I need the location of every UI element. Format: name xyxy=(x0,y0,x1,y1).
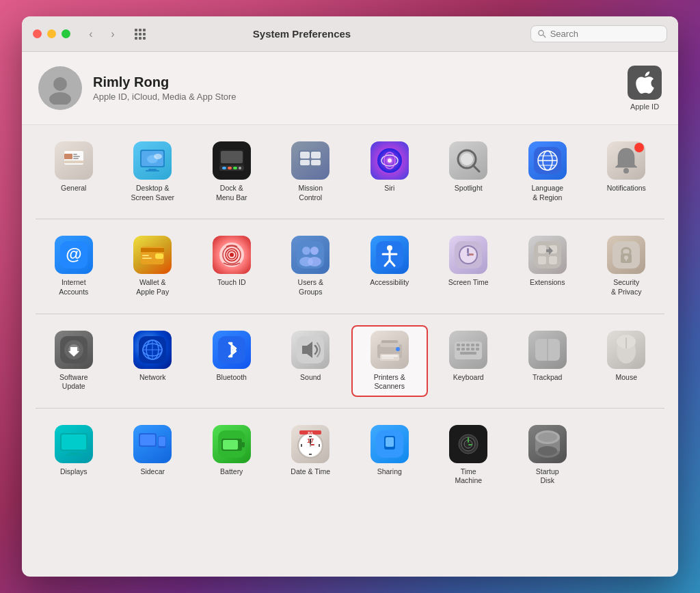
item-dock[interactable]: Dock &Menu Bar xyxy=(193,136,270,208)
icon-extensions xyxy=(528,236,567,274)
label-datetime: Date & Time xyxy=(291,467,330,477)
svg-rect-115 xyxy=(457,348,460,350)
item-datetime[interactable]: JUL 17 Date & Time xyxy=(273,419,349,491)
item-battery[interactable]: Battery xyxy=(193,419,270,491)
svg-rect-24 xyxy=(146,170,159,171)
svg-text:17: 17 xyxy=(307,437,314,444)
svg-point-9 xyxy=(539,31,543,36)
svg-rect-57 xyxy=(142,255,149,256)
item-internet[interactable]: @ InternetAccounts xyxy=(36,230,112,302)
svg-rect-120 xyxy=(460,352,476,355)
label-touchid: Touch ID xyxy=(217,278,245,288)
label-wallet: Wallet &Apple Pay xyxy=(136,278,169,296)
profile-subtitle: Apple ID, iCloud, Media & App Store xyxy=(93,92,628,102)
search-input[interactable] xyxy=(550,29,660,39)
item-language[interactable]: Language& Region xyxy=(509,136,586,208)
svg-rect-28 xyxy=(222,167,226,169)
item-spotlight[interactable]: Spotlight xyxy=(431,136,507,208)
icon-wallet xyxy=(133,236,172,274)
item-security[interactable]: Security& Privacy xyxy=(589,230,665,302)
icon-startup xyxy=(528,425,567,463)
svg-rect-128 xyxy=(69,452,79,454)
svg-text:JUL: JUL xyxy=(308,430,314,435)
svg-line-43 xyxy=(473,165,479,171)
profile-name: Rimly Rong xyxy=(93,74,628,90)
icon-notifications xyxy=(607,141,645,180)
label-keyboard: Keyboard xyxy=(453,373,484,383)
item-network[interactable]: Network xyxy=(115,325,191,397)
icon-bluetooth xyxy=(213,331,251,369)
item-displays[interactable]: Displays xyxy=(36,419,112,491)
profile-section: Rimly Rong Apple ID, iCloud, Media & App… xyxy=(22,52,678,125)
svg-rect-23 xyxy=(148,169,157,170)
icon-sharing xyxy=(371,425,409,463)
svg-rect-26 xyxy=(221,151,243,163)
svg-rect-108 xyxy=(381,340,398,343)
item-keyboard[interactable]: Keyboard xyxy=(431,325,507,397)
svg-point-22 xyxy=(154,154,162,159)
icon-displays xyxy=(55,425,93,463)
notification-badge xyxy=(634,143,644,152)
item-touchid[interactable]: Touch ID xyxy=(193,230,270,302)
svg-point-40 xyxy=(388,158,392,163)
item-software[interactable]: SoftwareUpdate xyxy=(36,325,112,397)
icon-desktop xyxy=(133,141,172,180)
item-sidecar[interactable]: Sidecar xyxy=(115,419,191,491)
svg-rect-15 xyxy=(73,154,77,155)
item-timemachine[interactable]: TimeMachine xyxy=(431,419,507,491)
item-desktop[interactable]: Desktop &Screen Saver xyxy=(115,136,191,208)
item-printers[interactable]: Printers &Scanners xyxy=(351,325,428,397)
svg-rect-113 xyxy=(471,344,474,346)
svg-rect-17 xyxy=(73,158,79,159)
item-siri[interactable]: Siri xyxy=(351,136,428,208)
label-mouse: Mouse xyxy=(615,373,637,383)
item-mouse[interactable]: Mouse xyxy=(589,325,665,397)
icon-datetime: JUL 17 xyxy=(291,425,329,463)
svg-rect-31 xyxy=(239,167,241,169)
label-timemachine: TimeMachine xyxy=(455,467,482,486)
label-spotlight: Spotlight xyxy=(455,184,483,193)
svg-rect-58 xyxy=(142,258,152,259)
item-wallet[interactable]: Wallet &Apple Pay xyxy=(115,230,191,302)
svg-rect-35 xyxy=(300,160,310,165)
svg-rect-131 xyxy=(140,435,155,445)
item-sharing[interactable]: Sharing xyxy=(351,419,428,491)
item-accessibility[interactable]: Accessibility xyxy=(351,230,428,302)
item-mission[interactable]: MissionControl xyxy=(273,136,349,208)
search-icon xyxy=(538,29,546,38)
apple-id-button[interactable]: Apple ID xyxy=(628,66,662,111)
icon-keyboard xyxy=(449,331,487,369)
item-general[interactable]: General xyxy=(36,136,112,208)
item-startup[interactable]: StartupDisk xyxy=(509,419,586,491)
close-button[interactable] xyxy=(33,29,42,38)
item-extensions[interactable]: Extensions xyxy=(509,230,586,302)
icon-mission xyxy=(291,141,329,180)
search-box[interactable] xyxy=(530,25,667,42)
item-trackpad[interactable]: Trackpad xyxy=(509,325,586,397)
svg-rect-117 xyxy=(466,348,470,350)
icon-software xyxy=(55,331,93,369)
label-software: SoftwareUpdate xyxy=(59,373,88,391)
item-screentime[interactable]: Screen Time xyxy=(431,230,507,302)
section-accounts: @ InternetAccounts xyxy=(36,230,664,302)
icon-timemachine xyxy=(449,425,487,463)
item-users[interactable]: Users &Groups xyxy=(273,230,349,302)
label-trackpad: Trackpad xyxy=(533,373,562,383)
label-general: General xyxy=(61,184,86,193)
svg-rect-29 xyxy=(228,167,232,169)
maximize-button[interactable] xyxy=(62,29,70,38)
label-sound: Sound xyxy=(300,373,321,383)
item-sound[interactable]: Sound xyxy=(273,325,349,397)
svg-point-12 xyxy=(49,92,71,105)
icon-dock xyxy=(213,141,251,180)
item-bluetooth[interactable]: Bluetooth xyxy=(193,325,270,397)
icon-internet: @ xyxy=(55,236,93,274)
apple-id-label: Apple ID xyxy=(630,102,659,111)
minimize-button[interactable] xyxy=(47,29,56,38)
label-displays: Displays xyxy=(60,467,88,477)
svg-text:@: @ xyxy=(66,245,81,263)
item-notifications[interactable]: Notifications xyxy=(589,136,665,208)
icon-battery xyxy=(213,425,251,463)
svg-rect-137 xyxy=(223,440,238,450)
label-siri: Siri xyxy=(384,184,394,193)
